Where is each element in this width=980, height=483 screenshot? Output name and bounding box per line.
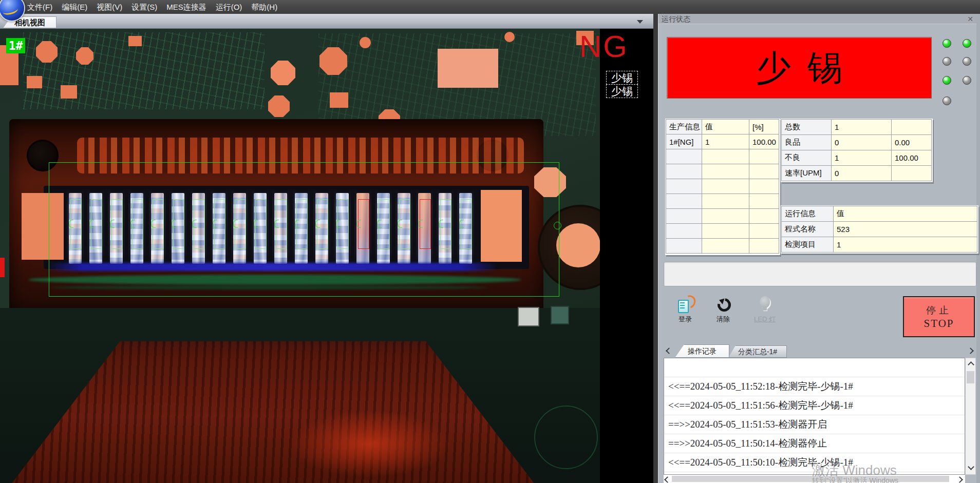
inspection-result-text: NG (579, 30, 629, 63)
status-indicator-off (963, 76, 971, 85)
table-cell (749, 239, 779, 254)
scroll-up-icon[interactable] (968, 361, 974, 368)
menu-item[interactable]: 编辑(E) (57, 0, 92, 14)
table-cell: 100.00 (892, 150, 932, 166)
panel-titlebar: 运行状态 ✕ (658, 14, 980, 24)
copper-pad (438, 49, 498, 88)
table-cell: 检测项目 (782, 237, 834, 253)
pcb-ring-trace (534, 405, 598, 469)
fiducial-center (556, 223, 600, 267)
pcb-photo (0, 28, 600, 483)
table-cell (702, 164, 749, 179)
status-indicator-on (963, 39, 971, 48)
component (551, 306, 569, 324)
log-entry: <<==2024-05-05_11:52:18-检测完毕-少锡-1# (664, 377, 965, 396)
table-cell: 1 (834, 237, 977, 253)
production-table: 生产信息值[%]1#[NG]1100.00 (665, 119, 780, 255)
menu-item[interactable]: 帮助(H) (247, 0, 282, 14)
led-bulb-icon (757, 296, 772, 312)
clear-button[interactable]: 清除 (707, 295, 740, 329)
status-indicator-off (963, 57, 971, 66)
table-cell: 程式名称 (782, 222, 834, 237)
menu-item[interactable]: MES连接器 (162, 0, 211, 14)
panel-title: 运行状态 (662, 15, 690, 23)
tab-operation-log[interactable]: 操作记录 (675, 344, 729, 358)
table-cell (666, 224, 702, 239)
login-label: 登录 (669, 315, 702, 324)
table-cell (702, 179, 749, 194)
component (518, 307, 539, 326)
menu-bar: 文件(F)编辑(E)视图(V)设置(S)MES连接器运行(O)帮助(H) (0, 0, 980, 14)
app-window: 文件(F)编辑(E)视图(V)设置(S)MES连接器运行(O)帮助(H) ? 相… (0, 0, 980, 483)
defect-tag-list: 少锡少锡 (606, 71, 638, 98)
scroll-down-icon[interactable] (968, 463, 974, 470)
defect-tag: 少锡 (606, 71, 638, 85)
menu-item[interactable]: 视图(V) (92, 0, 127, 14)
table-cell (666, 149, 702, 164)
stop-label-cn: 停止 (926, 304, 952, 317)
pcb-traces (23, 32, 265, 109)
vscroll-thumb[interactable] (967, 371, 974, 383)
roi-circle-marker (554, 222, 561, 229)
table-cell (666, 194, 702, 209)
copper-pad (271, 61, 295, 85)
status-indicator-off (943, 57, 951, 66)
table-cell (749, 194, 779, 209)
edge-marker (0, 258, 5, 277)
table-cell: 总数 (782, 120, 832, 135)
menu-item[interactable]: 运行(O) (211, 0, 247, 14)
inspection-roi-box (49, 162, 559, 297)
runinfo-table: 运行信息值程式名称523检测项目1 (781, 205, 978, 254)
table-cell (702, 239, 749, 254)
table-cell: [%] (749, 120, 779, 134)
copper-pad (76, 47, 93, 65)
message-box (664, 262, 976, 286)
menu-item-list: 文件(F)编辑(E)视图(V)设置(S)MES连接器运行(O)帮助(H) (23, 0, 282, 14)
table-cell: 良品 (782, 135, 832, 150)
hscroll-thumb[interactable] (672, 476, 949, 482)
clear-label: 清除 (707, 315, 740, 324)
login-button[interactable]: 登录 (669, 295, 702, 329)
scroll-left-icon[interactable] (664, 476, 671, 483)
table-cell: 运行信息 (782, 206, 834, 222)
status-indicator-on (943, 76, 951, 85)
table-cell (702, 194, 749, 209)
tab-scroll-left-icon[interactable] (666, 347, 672, 354)
tab-category-summary[interactable]: 分类汇总-1# (728, 345, 787, 358)
table-cell: 1#[NG] (666, 134, 702, 149)
menu-item[interactable]: 文件(F) (23, 0, 57, 14)
scroll-right-icon[interactable] (956, 476, 963, 483)
status-indicator-off (943, 96, 951, 105)
log-entry: <<==2024-05-05_11:51:56-检测完毕-少锡-1# (664, 396, 965, 415)
view-tab-bar: 相机视图 (0, 14, 653, 29)
table-cell: 0 (832, 166, 892, 181)
copper-pad (330, 92, 348, 108)
table-cell (749, 179, 779, 194)
table-cell (702, 209, 749, 224)
copper-pad (268, 95, 290, 117)
table-cell: 不良 (782, 150, 832, 166)
close-icon[interactable]: ✕ (967, 14, 973, 24)
log-vertical-scrollbar[interactable] (965, 358, 976, 475)
copper-pad (61, 85, 77, 99)
tab-dropdown-arrow-icon[interactable] (637, 20, 643, 24)
table-cell: 523 (834, 222, 977, 237)
table-cell (892, 120, 932, 135)
operation-log-list: <<==2024-05-05_11:52:18-检测完毕-少锡-1#<<==20… (664, 358, 965, 475)
clear-arrow-icon (715, 296, 731, 312)
log-row-empty (664, 358, 965, 377)
camera-view: 1# NG 少锡少锡 (0, 28, 653, 483)
stop-label-en: STOP (924, 317, 954, 330)
copper-pad (128, 36, 142, 46)
stop-button[interactable]: 停止 STOP (903, 296, 975, 337)
windows-activation-watermark-sub: 转到“设置”以激活 Windows (812, 476, 898, 483)
copper-pad (504, 32, 515, 42)
stats-table: 总数1良品00.00不良1100.00速率[UPM]0 (781, 119, 933, 182)
alarm-banner: 少锡 (667, 37, 932, 99)
led-lamp-label: LED 灯 (748, 315, 781, 324)
menu-item[interactable]: 设置(S) (127, 0, 162, 14)
table-cell (749, 209, 779, 224)
camera-id-badge: 1# (6, 38, 25, 53)
status-panel: 运行状态 ✕ 少锡 生产信息值[%]1#[NG]1100.00 总数1良品00.… (658, 14, 980, 483)
led-lamp-button[interactable]: LED 灯 (748, 295, 781, 329)
